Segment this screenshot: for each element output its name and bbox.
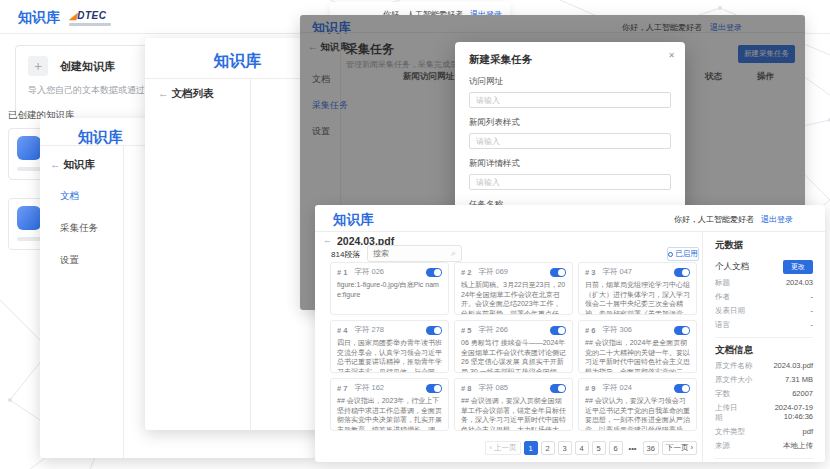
metadata-row: 发表日期 - [715, 306, 813, 316]
last-page-button[interactable]: 36 [643, 441, 659, 455]
chunk-char-count: 字符 266 [478, 325, 508, 335]
chunk-enabled-toggle[interactable] [550, 268, 566, 277]
app-logo: 知识库 [333, 211, 374, 229]
doc-info-value: pdf [803, 427, 813, 437]
chunk-text: ## 会议指出，2023年，行业上下坚持稳中求进工作总基调，全面贯彻落实党中央决… [337, 396, 442, 431]
enabled-filter-label: 已启用 [675, 249, 698, 259]
chunk-card[interactable]: # 6 字符 306 ## 会议指出，2024年是全面贯彻党的二十大精神的关键一… [578, 320, 697, 373]
chunk-grid: # 1 字符 026 figure:1-figure-0.jpg/白底Pic n… [330, 262, 697, 431]
doc-info-value: 2024.03.pdf [773, 361, 813, 371]
field-input[interactable] [469, 174, 671, 190]
chunk-card[interactable]: # 2 字符 069 线上新闻稿。3月22日至23日，2024年全国烟草工作会议… [454, 262, 573, 315]
header-logo-row: 知识库 ◢DTEC [18, 9, 111, 27]
page-button[interactable]: 5 [592, 441, 606, 455]
chunk-enabled-toggle[interactable] [674, 326, 690, 335]
create-kb-title: 创建知识库 [60, 59, 115, 74]
chunk-text: ## 会议认为，要深入学习领会习近平总书记关于党的自我革命的重要思想，一刻不停推… [585, 396, 690, 431]
doc-info-fields: 原文件名称 2024.03.pdf 原文件大小 7.31 MB 字数 62007… [715, 361, 813, 451]
doc-info-value: 2024-07-19 10:46:36 [745, 403, 814, 423]
back-arrow-icon[interactable]: ← [323, 235, 332, 245]
chunk-id: # 4 [337, 326, 347, 335]
doc-info-row: 上传日期 2024-07-19 10:46:36 [715, 403, 813, 423]
field-label: 新闻详情样式 [469, 158, 671, 170]
chunk-card[interactable]: # 9 字符 024 ## 会议认为，要深入学习领会习近平总书记关于党的自我革命… [578, 378, 697, 431]
pagination: ‹ 上一页 1 2 3 4 5 6 ••• 36 下一页 › [485, 441, 697, 455]
field-input[interactable] [469, 92, 671, 108]
chunk-char-count: 字符 047 [602, 267, 632, 277]
page-button[interactable]: 3 [558, 441, 572, 455]
chunk-card[interactable]: # 7 字符 162 ## 会议指出，2023年，行业上下坚持稳中求进工作总基调… [330, 378, 449, 431]
section-divider [715, 458, 813, 459]
doc-info-key: 来源 [715, 441, 730, 451]
page-button[interactable]: 2 [541, 441, 555, 455]
chunk-id: # 6 [585, 326, 595, 335]
metadata-panel: 元数据 个人文档 更改 标题 2024.03 作者 - 发表日期 - [702, 231, 825, 462]
metadata-row: 标题 2024.03 [715, 278, 813, 288]
chunk-card[interactable]: # 4 字符 278 四日，国家局团委举办青年读书班交流分享会，认真学习领会习近… [330, 320, 449, 373]
modal-title: 新建采集任务 [469, 53, 671, 67]
chunk-enabled-toggle[interactable] [550, 326, 566, 335]
metadata-value: - [811, 306, 814, 316]
metadata-fields: 标题 2024.03 作者 - 发表日期 - 语言 - [715, 278, 813, 330]
chunk-card[interactable]: # 3 字符 047 日前，烟草局党组理论学习中心组（扩大）进行集体学习，深入学… [578, 262, 697, 315]
paragraph-count: 814段落 [331, 249, 360, 260]
metadata-row: 语言 - [715, 320, 813, 330]
back-nav[interactable]: ← 文档列表 [158, 87, 213, 101]
chunk-card[interactable]: # 5 字符 266 06 勇毅笃行 接续奋斗——2024年全国烟草工作会议代表… [454, 320, 573, 373]
field-input[interactable] [469, 133, 671, 149]
chunk-text: figure:1-figure-0.jpg/白底Pic name:figure [337, 280, 442, 299]
search-input[interactable] [373, 249, 451, 258]
doc-info-value: 本地上传 [783, 441, 813, 451]
chunk-enabled-toggle[interactable] [674, 268, 690, 277]
doc-info-value: 62007 [792, 389, 813, 399]
chunk-id: # 5 [461, 326, 471, 335]
app-logo: 知识库 [18, 9, 60, 27]
dtec-logo-text: ◢DTEC [69, 11, 111, 21]
chunk-char-count: 字符 026 [354, 267, 384, 277]
sidebar-item-settings[interactable]: 设置 [60, 254, 98, 267]
doc-info-row: 原文件大小 7.31 MB [715, 375, 813, 385]
chunk-id: # 9 [585, 384, 595, 393]
metadata-value: - [811, 292, 814, 302]
page-button[interactable]: 1 [524, 441, 538, 455]
chunk-text: 日前，烟草局党组理论学习中心组（扩大）进行集体学习，深入学习领会二十届中央纪委三… [585, 280, 690, 315]
doc-type-label: 个人文档 [715, 261, 749, 273]
chunk-enabled-toggle[interactable] [550, 384, 566, 393]
chunk-char-count: 字符 085 [478, 383, 508, 393]
change-metadata-button[interactable]: 更改 [783, 260, 813, 274]
chunk-enabled-toggle[interactable] [426, 326, 442, 335]
close-icon[interactable]: ✕ [668, 51, 675, 60]
chunk-enabled-toggle[interactable] [426, 384, 442, 393]
metadata-value: - [811, 320, 814, 330]
search-box[interactable]: ⌕ [367, 245, 462, 262]
sidebar-item-docs[interactable]: 文档 [60, 190, 98, 203]
doc-info-key: 文件类型 [715, 427, 745, 437]
chunk-char-count: 字符 069 [478, 267, 508, 277]
chunk-id: # 8 [461, 384, 471, 393]
metadata-key: 标题 [715, 278, 730, 288]
page-button[interactable]: 4 [575, 441, 589, 455]
greeting-text: 你好，人工智能爱好者 [674, 214, 754, 225]
doc-info-title: 文档信息 [715, 344, 813, 357]
chunk-char-count: 字符 278 [354, 325, 384, 335]
chunk-char-count: 字符 162 [354, 383, 384, 393]
logout-link[interactable]: 退出登录 [761, 214, 793, 225]
back-nav[interactable]: ← 知识库 [50, 158, 95, 172]
status-dot-icon [668, 252, 673, 257]
metadata-row: 作者 - [715, 292, 813, 302]
chunk-card[interactable]: # 8 字符 085 ## 会议强调，要深入贯彻全国烟草工作会议部署，锚定全年目… [454, 378, 573, 431]
back-arrow-icon: ← [50, 158, 61, 170]
sidebar-item-collect-tasks[interactable]: 采集任务 [60, 222, 98, 235]
chunk-enabled-toggle[interactable] [674, 384, 690, 393]
page-button[interactable]: 6 [609, 441, 623, 455]
chunk-enabled-toggle[interactable] [426, 268, 442, 277]
prev-page-button[interactable]: ‹ 上一页 [485, 441, 520, 455]
page-ellipsis: ••• [626, 441, 640, 455]
field-label: 访问网址 [469, 76, 671, 88]
next-page-button[interactable]: 下一页 › [662, 441, 697, 455]
chunk-card[interactable]: # 1 字符 026 figure:1-figure-0.jpg/白底Pic n… [330, 262, 449, 315]
doc-info-key: 原文件大小 [715, 375, 753, 385]
metadata-key: 语言 [715, 320, 730, 330]
enabled-filter-button[interactable]: 已启用 [667, 247, 699, 261]
dtec-logo: ◢DTEC [69, 11, 111, 26]
